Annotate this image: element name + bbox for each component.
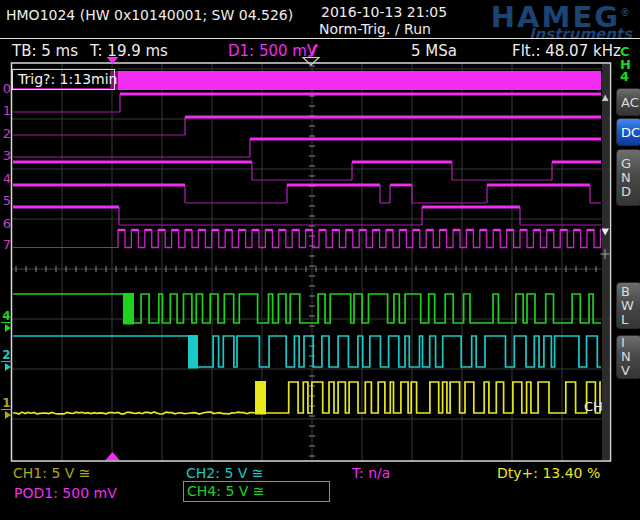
channel2-position-marker: 2 bbox=[1, 349, 15, 371]
pod-bit-label-4: 4 bbox=[2, 172, 12, 186]
sidebar-button-ac[interactable]: AC bbox=[616, 88, 640, 116]
sidebar-channel-title: CH4 bbox=[620, 46, 631, 84]
ch1-coupling-readout: CH1: 5 V ≅ bbox=[13, 465, 91, 481]
sidebar-button-bwl[interactable]: BWL bbox=[616, 282, 640, 329]
ch2-coupling-readout: CH2: 5 V ≅ bbox=[186, 465, 264, 481]
pod-bit-label-6: 6 bbox=[2, 217, 12, 231]
pod-bit-label-7: 7 bbox=[2, 238, 12, 252]
sidebar-button-inv[interactable]: INV bbox=[616, 335, 640, 379]
trigger-warning-box: Trig?: 1:13min bbox=[12, 69, 115, 90]
ch4-coupling-readout-selected: CH4: 5 V ≅ bbox=[183, 481, 330, 502]
pod-bit-label-2: 2 bbox=[2, 127, 12, 141]
pod-bit-label-5: 5 bbox=[2, 194, 12, 208]
pod-bit-label-1: 1 bbox=[2, 104, 12, 118]
pod-bit-label-3: 3 bbox=[2, 149, 12, 163]
sidebar-button-gnd[interactable]: GND bbox=[616, 149, 640, 206]
channel4-arrow-icon bbox=[5, 324, 11, 332]
pod-bit-label-0: 0 bbox=[2, 82, 12, 96]
trigger-time-readout: T: n/a bbox=[352, 465, 390, 481]
pod1-scale-readout: POD1: 500 mV bbox=[14, 485, 117, 501]
duty-cycle-readout: Dty+: 13.40 % bbox=[497, 465, 600, 481]
channel2-arrow-icon bbox=[5, 363, 11, 371]
partial-channel-popup-label: CH bbox=[584, 399, 603, 414]
sidebar-button-dc[interactable]: DC bbox=[616, 118, 640, 146]
channel4-position-marker: 4 bbox=[1, 310, 15, 332]
channel1-position-marker: 1 bbox=[1, 397, 15, 419]
oscilloscope-screen: HMO1024 (HW 0x10140001; SW 04.526) 2016-… bbox=[0, 0, 640, 520]
channel1-arrow-icon bbox=[5, 411, 11, 419]
